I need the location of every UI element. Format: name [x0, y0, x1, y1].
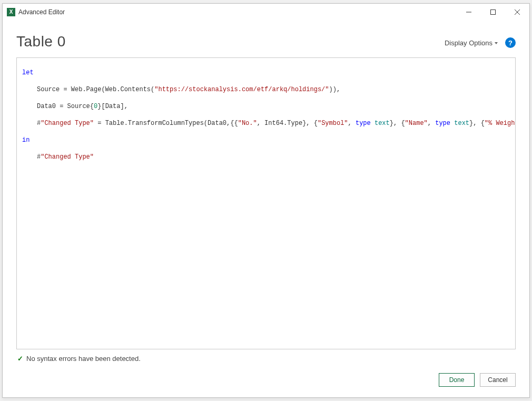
excel-glyph: X [9, 9, 13, 15]
code-content[interactable]: let Source = Web.Page(Web.Contents("http… [17, 58, 515, 349]
status-message: No syntax errors have been detected. [26, 355, 141, 363]
header-right: Display Options ? [445, 37, 516, 50]
window-controls [457, 4, 529, 21]
content-area: Table 0 Display Options ? let Source = W… [3, 21, 529, 397]
chevron-down-icon [495, 42, 498, 44]
minimize-button[interactable] [457, 4, 481, 21]
advanced-editor-window: X Advanced Editor Table 0 Display Option… [2, 3, 530, 398]
done-button[interactable]: Done [439, 373, 475, 387]
titlebar[interactable]: X Advanced Editor [3, 4, 529, 21]
maximize-button[interactable] [481, 4, 505, 21]
excel-app-icon: X [7, 8, 15, 16]
footer-buttons: Done Cancel [16, 366, 516, 387]
header-row: Table 0 Display Options ? [16, 33, 516, 50]
page-title: Table 0 [16, 33, 66, 50]
window-title: Advanced Editor [18, 8, 65, 16]
help-icon[interactable]: ? [505, 37, 516, 48]
status-bar: ✓ No syntax errors have been detected. [16, 354, 516, 366]
display-options-label: Display Options [445, 39, 492, 47]
display-options-dropdown[interactable]: Display Options [445, 39, 498, 47]
cancel-button[interactable]: Cancel [480, 373, 516, 387]
close-button[interactable] [505, 4, 529, 21]
check-icon: ✓ [17, 355, 23, 363]
kw-in: in [22, 136, 29, 144]
code-editor[interactable]: let Source = Web.Page(Web.Contents("http… [16, 57, 516, 349]
svg-rect-1 [491, 10, 496, 15]
kw-let: let [22, 69, 34, 76]
